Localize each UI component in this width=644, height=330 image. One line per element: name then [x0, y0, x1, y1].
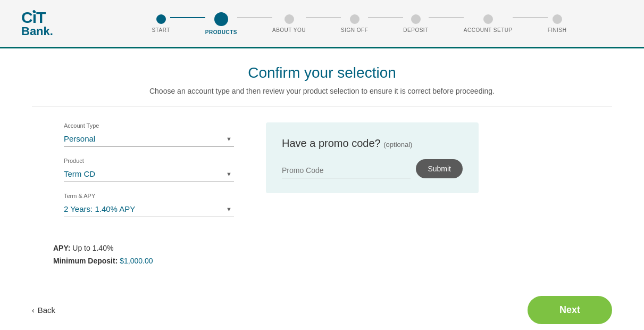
connector-3	[368, 17, 403, 18]
promo-title: Have a promo code? (optional)	[282, 137, 463, 150]
step-about-you: ABOUT YOU	[272, 14, 306, 33]
divider	[32, 106, 612, 106]
next-button[interactable]: Next	[528, 296, 612, 324]
step-circle-account	[483, 14, 493, 24]
step-label-account: ACCOUNT SETUP	[464, 27, 513, 33]
back-label: Back	[38, 306, 55, 315]
step-deposit: DEPOSIT	[403, 14, 428, 33]
min-deposit-label: Minimum Deposit:	[53, 257, 118, 265]
step-label-deposit: DEPOSIT	[403, 27, 428, 33]
account-type-wrapper[interactable]: Personal Business	[64, 131, 234, 147]
min-deposit-value: $1,000.00	[120, 257, 153, 265]
main-content: Confirm your selection Choose an account…	[0, 48, 644, 280]
header: CiT Bank. START PRODUCTS ABOUT YOU	[0, 0, 644, 48]
apy-value: Up to 1.40%	[72, 244, 113, 252]
product-select[interactable]: Term CD Savings Checking	[64, 166, 234, 182]
apy-label: APY:	[53, 244, 70, 252]
connector-1	[237, 17, 272, 18]
logo-cit: CiT	[21, 10, 53, 26]
term-apy-wrapper[interactable]: 2 Years: 1.40% APY 1 Year: 1.20% APY	[64, 201, 234, 217]
account-type-group: Account Type Personal Business	[64, 122, 234, 147]
back-chevron-icon: ‹	[32, 306, 35, 315]
step-circle-products	[214, 12, 228, 26]
page-title: Confirm your selection	[32, 64, 612, 81]
step-label-start: START	[152, 27, 170, 33]
promo-submit-button[interactable]: Submit	[416, 159, 463, 178]
term-apy-group: Term & APY 2 Years: 1.40% APY 1 Year: 1.…	[64, 193, 234, 217]
apy-row: APY: Up to 1.40%	[53, 244, 612, 252]
connector-0	[170, 17, 205, 18]
back-button[interactable]: ‹ Back	[32, 306, 55, 315]
product-label: Product	[64, 158, 234, 164]
promo-card: Have a promo code? (optional) Submit	[266, 122, 479, 193]
promo-code-input[interactable]	[282, 163, 411, 178]
term-apy-label: Term & APY	[64, 193, 234, 199]
connector-2	[306, 17, 341, 18]
form-area: Account Type Personal Business Product T…	[32, 122, 612, 228]
logo: CiT Bank.	[21, 10, 53, 37]
footer: ‹ Back Next	[0, 285, 644, 330]
step-label-about: ABOUT YOU	[272, 27, 306, 33]
product-wrapper[interactable]: Term CD Savings Checking	[64, 166, 234, 182]
step-circle-about	[285, 14, 294, 24]
connector-4	[429, 17, 464, 18]
form-left: Account Type Personal Business Product T…	[64, 122, 234, 228]
step-start: START	[152, 14, 170, 33]
step-circle-signoff	[350, 14, 359, 24]
step-account-setup: ACCOUNT SETUP	[464, 14, 513, 33]
step-products: PRODUCTS	[205, 12, 237, 35]
stepper: START PRODUCTS ABOUT YOU SIGN OFF	[96, 12, 623, 35]
apy-info: APY: Up to 1.40% Minimum Deposit: $1,000…	[32, 244, 612, 265]
step-circle-deposit	[411, 14, 421, 24]
account-type-select[interactable]: Personal Business	[64, 131, 234, 147]
term-apy-select[interactable]: 2 Years: 1.40% APY 1 Year: 1.20% APY	[64, 201, 234, 217]
product-group: Product Term CD Savings Checking	[64, 158, 234, 182]
logo-bank: Bank.	[21, 26, 53, 37]
connector-5	[513, 17, 548, 18]
step-label-finish: FINISH	[548, 27, 567, 33]
promo-input-row: Submit	[282, 159, 463, 178]
min-deposit-row: Minimum Deposit: $1,000.00	[53, 257, 612, 265]
promo-optional: (optional)	[383, 141, 412, 148]
step-finish: FINISH	[548, 14, 567, 33]
page-subtitle: Choose an account type and then review y…	[32, 87, 612, 95]
step-circle-start	[156, 14, 166, 24]
step-label-products: PRODUCTS	[205, 29, 237, 35]
step-label-signoff: SIGN OFF	[341, 27, 368, 33]
step-sign-off: SIGN OFF	[341, 14, 368, 33]
step-circle-finish	[553, 14, 562, 24]
account-type-label: Account Type	[64, 122, 234, 129]
